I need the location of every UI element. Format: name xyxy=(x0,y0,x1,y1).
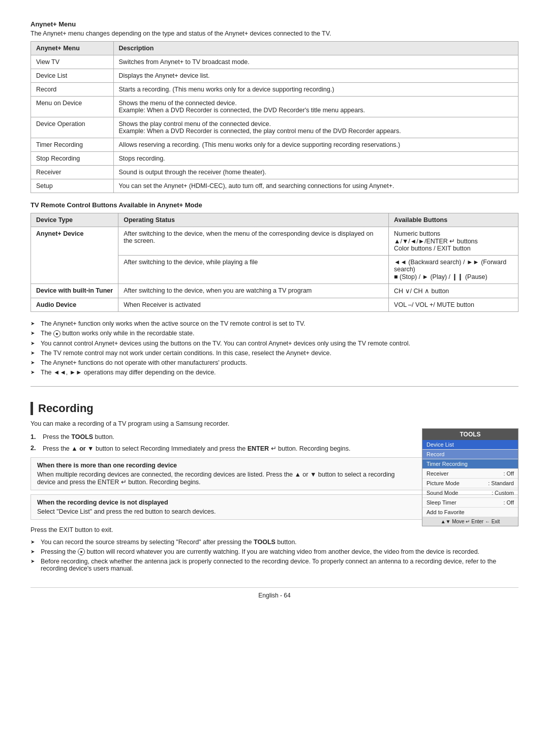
anynet-notes-list: The Anynet+ function only works when the… xyxy=(30,320,518,376)
tools-item-label: Record xyxy=(426,451,444,457)
tv-operating-status: After switching to the device, when the … xyxy=(118,227,389,256)
page-footer: English - 64 xyxy=(30,587,518,599)
anynet-menu-desc: Starts a recording. (This menu works onl… xyxy=(113,83,518,97)
anynet-menu-item: Receiver xyxy=(31,166,114,179)
col-device-type: Device Type xyxy=(31,213,118,227)
tools-item-value: : Off xyxy=(503,470,514,477)
recording-intro: You can make a recording of a TV program… xyxy=(30,420,518,427)
tools-item-label: Receiver xyxy=(426,470,448,477)
anynet-menu-desc: Shows the play control menu of the conne… xyxy=(113,117,518,138)
exit-note: Press the EXIT button to exit. xyxy=(30,526,518,533)
tv-remote-heading: TV Remote Control Buttons Available in A… xyxy=(30,201,518,209)
anynet-note: The TV remote control may not work under… xyxy=(30,350,518,357)
anynet-menu-item: Menu on Device xyxy=(31,97,114,117)
anynet-menu-desc: Sound is output through the receiver (ho… xyxy=(113,166,518,179)
step-text: Press the ▲ or ▼ button to select Record… xyxy=(43,445,412,452)
anynet-menu-item: Stop Recording xyxy=(31,152,114,166)
anynet-note: The Anynet+ function only works when the… xyxy=(30,320,518,327)
tv-operating-status: After switching to the device, while pla… xyxy=(118,256,389,284)
anynet-note: The Anynet+ functions do not operate wit… xyxy=(30,359,518,366)
anynet-menu-item: Timer Recording xyxy=(31,138,114,152)
tools-panel-item: Sound Mode: Custom xyxy=(422,488,518,498)
anynet-menu-section: Anynet+ Menu The Anynet+ menu changes de… xyxy=(30,20,518,193)
tv-available-buttons: ◄◄ (Backward search) / ►► (Forward searc… xyxy=(389,256,518,284)
step-number: 2. xyxy=(30,445,41,452)
anynet-note: The ◄◄, ►► operations may differ dependi… xyxy=(30,369,518,376)
tools-panel-header: TOOLS xyxy=(422,429,518,440)
tv-device-type: Audio Device xyxy=(31,298,118,312)
tools-panel-item: Device List xyxy=(422,440,518,450)
anynet-menu-table: Anynet+ Menu Description View TVSwitches… xyxy=(30,41,518,193)
tools-panel-item: Record xyxy=(422,450,518,459)
tv-device-type: Device with built-in Tuner xyxy=(31,284,118,298)
anynet-menu-item: Device List xyxy=(31,69,114,83)
anynet-menu-desc: Displays the Anynet+ device list. xyxy=(113,69,518,83)
tools-item-value: : Custom xyxy=(492,490,514,496)
tools-item-label: Picture Mode xyxy=(426,480,460,486)
tv-remote-table: Device Type Operating Status Available B… xyxy=(30,213,518,312)
anynet-col-desc: Description xyxy=(113,42,518,55)
tools-item-label: Sleep Timer xyxy=(426,499,456,506)
recording-note: Pressing the ● button will record whatev… xyxy=(30,548,518,556)
anynet-note: You cannot control Anynet+ devices using… xyxy=(30,340,518,347)
col-operating-status: Operating Status xyxy=(118,213,389,227)
tv-remote-section: TV Remote Control Buttons Available in A… xyxy=(30,201,518,312)
anynet-menu-desc: Allows reserving a recording. (This menu… xyxy=(113,138,518,152)
recording-step: 2.Press the ▲ or ▼ button to select Reco… xyxy=(30,445,412,452)
tools-item-label: Sound Mode xyxy=(426,490,458,496)
recording-notes-list: You can record the source streams by sel… xyxy=(30,539,518,573)
tools-panel-item: Sleep Timer: Off xyxy=(422,498,518,508)
anynet-heading: Anynet+ Menu xyxy=(30,20,518,28)
footer-text: English - 64 xyxy=(258,592,290,599)
anynet-menu-item: Device Operation xyxy=(31,117,114,138)
anynet-menu-item: Record xyxy=(31,83,114,97)
tools-panel: TOOLS Device ListRecordTimer RecordingRe… xyxy=(422,428,518,526)
anynet-menu-item: Setup xyxy=(31,179,114,193)
tv-available-buttons: VOL –/ VOL +/ MUTE button xyxy=(389,298,518,312)
anynet-menu-item: View TV xyxy=(31,55,114,69)
recording-step: 1.Press the TOOLS button. xyxy=(30,433,412,440)
anynet-menu-desc: You can set the Anynet+ (HDMI-CEC), auto… xyxy=(113,179,518,193)
tv-available-buttons: CH ∨/ CH ∧ button xyxy=(389,284,518,298)
tools-panel-item: Timer Recording xyxy=(422,459,518,469)
tools-item-label: Device List xyxy=(426,442,454,448)
recording-title: Recording xyxy=(30,402,518,415)
anynet-note: The ● button works only while in the rec… xyxy=(30,330,518,337)
anynet-col-menu: Anynet+ Menu xyxy=(31,42,114,55)
tools-item-value: : Standard xyxy=(488,480,514,486)
anynet-menu-desc: Shows the menu of the connected device.E… xyxy=(113,97,518,117)
step-number: 1. xyxy=(30,433,41,440)
tools-panel-item: Picture Mode: Standard xyxy=(422,479,518,488)
tv-available-buttons: Numeric buttons▲/▼/◄/►/ENTER ↵ buttonsCo… xyxy=(389,227,518,256)
tools-item-label: Timer Recording xyxy=(426,461,468,467)
tools-item-label: Add to Favorite xyxy=(426,509,465,515)
col-available-buttons: Available Buttons xyxy=(389,213,518,227)
tools-item-value: : Off xyxy=(503,499,514,506)
recording-steps-container: TOOLS Device ListRecordTimer RecordingRe… xyxy=(30,433,518,526)
tools-panel-items: Device ListRecordTimer RecordingReceiver… xyxy=(422,440,518,517)
anynet-intro: The Anynet+ menu changes depending on th… xyxy=(30,30,518,37)
recording-note: Before recording, check whether the ante… xyxy=(30,558,518,572)
tools-panel-footer: ▲▼ Move ↵ Enter ← Exit xyxy=(422,517,518,526)
tools-panel-item: Receiver: Off xyxy=(422,469,518,479)
recording-section: Recording You can make a recording of a … xyxy=(30,386,518,573)
tv-operating-status: When Receiver is activated xyxy=(118,298,389,312)
anynet-menu-desc: Stops recording. xyxy=(113,152,518,166)
recording-note: You can record the source streams by sel… xyxy=(30,539,518,546)
step-text: Press the TOOLS button. xyxy=(43,433,412,440)
tools-panel-item: Add to Favorite xyxy=(422,508,518,517)
tv-operating-status: After switching to the device, when you … xyxy=(118,284,389,298)
tv-device-type: Anynet+ Device xyxy=(31,227,118,284)
anynet-menu-desc: Switches from Anynet+ to TV broadcast mo… xyxy=(113,55,518,69)
